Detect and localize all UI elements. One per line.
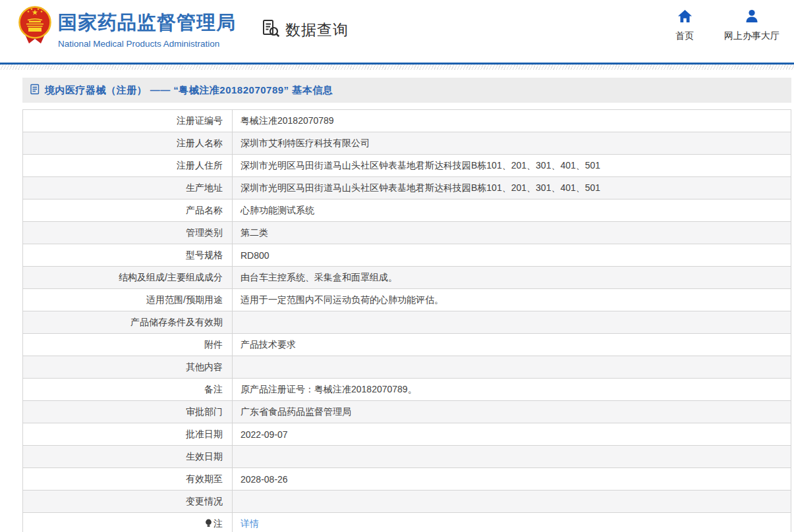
document-icon — [30, 84, 40, 97]
field-value: 广东省食品药品监督管理局 — [233, 401, 791, 423]
table-row-8: 结构及组成/主要组成成分由台车主控系统、采集盒和面罩组成。 — [23, 267, 791, 289]
table-row-12: 其他内容 — [23, 356, 791, 379]
top-nav: 首页 网上办事大厅 — [675, 9, 780, 42]
field-value: 产品技术要求 — [233, 334, 791, 356]
table-row-13: 备注原产品注册证号：粤械注准20182070789。 — [23, 379, 791, 401]
table-row-2: 注册人名称深圳市艾利特医疗科技有限公司 — [23, 132, 791, 155]
table-row-19: 注详情 — [23, 513, 791, 532]
home-icon — [677, 9, 693, 26]
table-row-16: 生效日期 — [23, 446, 791, 468]
field-label: 审批部门 — [23, 401, 233, 423]
table-row-7: 型号规格RD800 — [23, 244, 791, 267]
field-value — [233, 446, 791, 468]
field-value — [233, 311, 791, 334]
field-label: 注册人名称 — [23, 132, 233, 155]
user-icon — [744, 9, 760, 26]
field-value: 详情 — [233, 513, 791, 532]
field-label: 产品储存条件及有效期 — [23, 311, 233, 334]
nav-online-hall-label: 网上办事大厅 — [724, 30, 780, 42]
field-value: 适用于一定范围内不同运动负荷的心肺功能评估。 — [233, 289, 791, 311]
table-row-11: 附件产品技术要求 — [23, 334, 791, 356]
table-row-18: 变更情况 — [23, 491, 791, 513]
field-label: 结构及组成/主要组成成分 — [23, 267, 233, 289]
field-label: 注册证编号 — [23, 110, 233, 132]
table-row-1: 注册证编号粤械注准20182070789 — [23, 110, 791, 132]
document-search-icon — [261, 18, 281, 41]
breadcrumb-bar: 境内医疗器械（注册） —— “粤械注准20182070789” 基本信息 — [22, 78, 791, 103]
national-emblem-logo — [18, 4, 52, 49]
field-label: 有效期至 — [23, 468, 233, 491]
field-label: 管理类别 — [23, 222, 233, 244]
nav-home-label: 首页 — [675, 30, 694, 42]
table-row-3: 注册人住所深圳市光明区马田街道马山头社区钟表基地君斯达科技园B栋101、201、… — [23, 155, 791, 177]
field-value: 心肺功能测试系统 — [233, 200, 791, 222]
field-value: 原产品注册证号：粤械注准20182070789。 — [233, 379, 791, 401]
field-label: 其他内容 — [23, 356, 233, 379]
field-value: 第二类 — [233, 222, 791, 244]
table-row-4: 生产地址深圳市光明区马田街道马山头社区钟表基地君斯达科技园B栋101、201、3… — [23, 177, 791, 200]
data-query-label: 数据查询 — [285, 20, 349, 40]
field-value: 深圳市光明区马田街道马山头社区钟表基地君斯达科技园B栋101、201、301、4… — [233, 155, 791, 177]
field-value — [233, 356, 791, 379]
field-label: 变更情况 — [23, 491, 233, 513]
detail-link[interactable]: 详情 — [241, 518, 259, 529]
registration-info-table: 注册证编号粤械注准20182070789注册人名称深圳市艾利特医疗科技有限公司注… — [22, 109, 791, 532]
field-label: 注 — [23, 513, 233, 532]
field-label: 备注 — [23, 379, 233, 401]
bulb-icon — [205, 519, 212, 527]
table-row-14: 审批部门广东省食品药品监督管理局 — [23, 401, 791, 423]
field-value: 由台车主控系统、采集盒和面罩组成。 — [233, 267, 791, 289]
field-value: 2022-09-07 — [233, 423, 791, 446]
page-title: 境内医疗器械（注册） —— “粤械注准20182070789” 基本信息 — [45, 84, 333, 97]
table-row-9: 适用范围/预期用途适用于一定范围内不同运动负荷的心肺功能评估。 — [23, 289, 791, 311]
field-label: 生效日期 — [23, 446, 233, 468]
table-row-10: 产品储存条件及有效期 — [23, 311, 791, 334]
hatch-strip — [0, 65, 794, 70]
data-query-heading: 数据查询 — [261, 18, 349, 41]
nav-online-hall[interactable]: 网上办事大厅 — [724, 9, 780, 42]
main-content: 境内医疗器械（注册） —— “粤械注准20182070789” 基本信息 注册证… — [22, 78, 791, 532]
table-row-15: 批准日期2022-09-07 — [23, 423, 791, 446]
field-label: 附件 — [23, 334, 233, 356]
field-value: RD800 — [233, 244, 791, 267]
field-value: 深圳市光明区马田街道马山头社区钟表基地君斯达科技园B栋101、201、301、4… — [233, 177, 791, 200]
field-value: 粤械注准20182070789 — [233, 110, 791, 132]
table-row-5: 产品名称心肺功能测试系统 — [23, 200, 791, 222]
field-label: 生产地址 — [23, 177, 233, 200]
table-row-17: 有效期至2028-08-26 — [23, 468, 791, 491]
field-value: 2028-08-26 — [233, 468, 791, 491]
nav-home[interactable]: 首页 — [675, 9, 694, 42]
field-label: 产品名称 — [23, 200, 233, 222]
field-label: 适用范围/预期用途 — [23, 289, 233, 311]
field-value — [233, 491, 791, 513]
site-subtitle: National Medical Products Administration — [58, 39, 236, 49]
field-value: 深圳市艾利特医疗科技有限公司 — [233, 132, 791, 155]
site-title: 国家药品监督管理局 — [58, 10, 236, 36]
field-label: 注册人住所 — [23, 155, 233, 177]
site-logo-text: 国家药品监督管理局 National Medical Products Admi… — [58, 10, 236, 49]
table-row-6: 管理类别第二类 — [23, 222, 791, 244]
site-header: 国家药品监督管理局 National Medical Products Admi… — [0, 0, 794, 63]
field-label: 型号规格 — [23, 244, 233, 267]
field-label: 批准日期 — [23, 423, 233, 446]
